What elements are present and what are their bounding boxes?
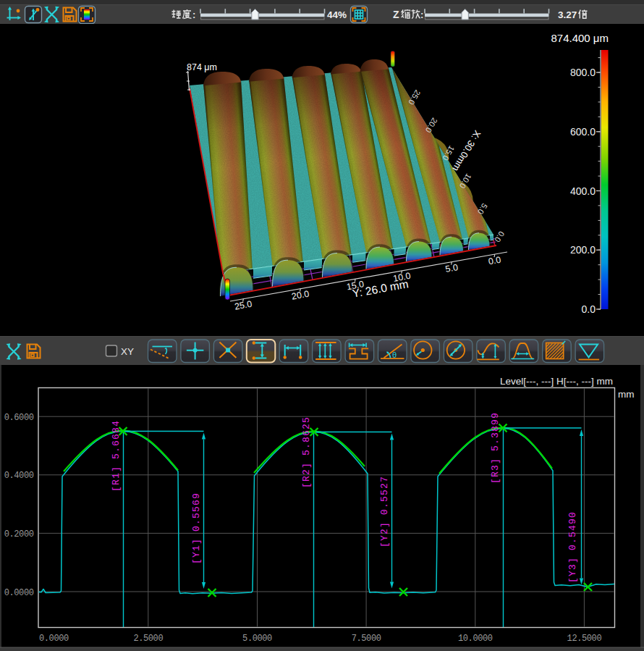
svg-text:0.0: 0.0 bbox=[582, 303, 596, 315]
svg-text:[Y3] 0.5490: [Y3] 0.5490 bbox=[567, 511, 578, 583]
svg-text:5.0000: 5.0000 bbox=[242, 634, 272, 644]
svg-text:200.0: 200.0 bbox=[570, 244, 596, 256]
svg-text:Level[---, ---] H[---, ---]: Level[---, ---] H[---, ---] mm bbox=[500, 376, 613, 387]
svg-text:44%: 44% bbox=[327, 9, 347, 20]
svg-text:[Y2] 0.5527: [Y2] 0.5527 bbox=[379, 476, 390, 547]
svg-text:[R1] 5.6684: [R1] 5.6684 bbox=[111, 420, 122, 492]
svg-text:[Y1] 0.5569: [Y1] 0.5569 bbox=[191, 492, 202, 564]
svg-text:[R2] 5.8625: [R2] 5.8625 bbox=[301, 416, 312, 488]
svg-text:0.0: 0.0 bbox=[488, 255, 502, 267]
svg-text:0.4000: 0.4000 bbox=[4, 471, 34, 481]
svg-text:10.0000: 10.0000 bbox=[458, 634, 493, 644]
svg-text:[R3] 5.3899: [R3] 5.3899 bbox=[490, 412, 501, 484]
svg-text::: : bbox=[192, 9, 195, 20]
svg-text:0.2000: 0.2000 bbox=[4, 529, 34, 539]
svg-text:400.0: 400.0 bbox=[570, 185, 596, 197]
svg-text:mm: mm bbox=[618, 389, 635, 400]
svg-text:0.0000: 0.0000 bbox=[4, 588, 34, 598]
svg-text:2.5000: 2.5000 bbox=[133, 634, 163, 644]
svg-text:7.5000: 7.5000 bbox=[352, 634, 381, 644]
svg-text:XY: XY bbox=[121, 346, 134, 357]
svg-text::: : bbox=[420, 9, 423, 20]
svg-text:12.5000: 12.5000 bbox=[567, 634, 602, 644]
svg-text:θ: θ bbox=[392, 350, 397, 359]
svg-text:0.6000: 0.6000 bbox=[4, 413, 34, 423]
svg-text:5.0: 5.0 bbox=[444, 262, 459, 274]
svg-text:0.0000: 0.0000 bbox=[39, 634, 69, 644]
svg-text:3.27: 3.27 bbox=[558, 9, 577, 20]
svg-text:874 μm: 874 μm bbox=[187, 62, 217, 72]
svg-text:800.0: 800.0 bbox=[570, 67, 596, 78]
svg-text:Z: Z bbox=[393, 9, 399, 20]
svg-text:874.400 μm: 874.400 μm bbox=[551, 32, 609, 44]
svg-text:600.0: 600.0 bbox=[570, 126, 596, 138]
